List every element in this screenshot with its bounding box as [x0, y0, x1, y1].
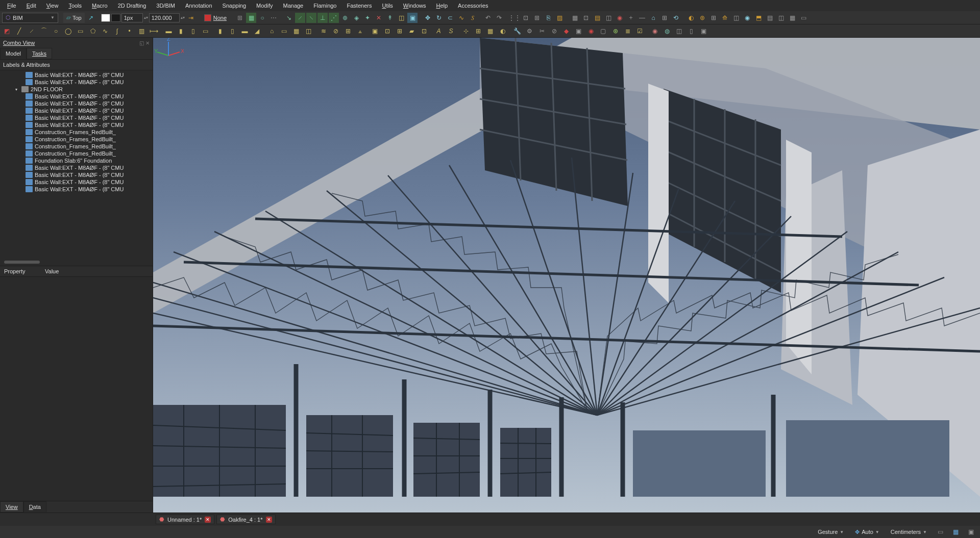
break-icon[interactable]: ⊘: [549, 26, 559, 36]
draft-polygon-icon[interactable]: ⬠: [88, 26, 97, 36]
material-icon[interactable]: ◉: [742, 13, 752, 23]
draft-hatch-icon[interactable]: ▥: [137, 26, 146, 36]
tree-item[interactable]: Basic Wall:EXT - M8AØF - (8" CMU: [0, 100, 153, 107]
column-icon[interactable]: ▯: [188, 26, 198, 36]
tree-item[interactable]: Basic Wall:EXT - M8AØF - (8" CMU: [0, 164, 153, 171]
draft-line-icon[interactable]: ╱: [14, 26, 24, 36]
tag-icon[interactable]: ▣: [574, 26, 583, 36]
line-color-swatch[interactable]: [111, 14, 120, 22]
close-tab-icon[interactable]: ✕: [205, 517, 211, 523]
draft-rect-icon[interactable]: ▭: [76, 26, 85, 36]
array-rect-icon[interactable]: ⋮⋮: [509, 13, 520, 23]
draft-point-icon[interactable]: •: [125, 26, 134, 36]
sketch-icon[interactable]: ◩: [2, 26, 12, 36]
site-icon[interactable]: ▰: [407, 26, 416, 36]
menu-macro[interactable]: Macro: [87, 1, 113, 10]
mark-icon[interactable]: ◉: [586, 26, 596, 36]
trim-icon[interactable]: 𝑆: [468, 13, 478, 23]
tab-data[interactable]: Data: [23, 501, 46, 513]
tree-item[interactable]: Construction_Frames_RedBuilt_: [0, 143, 153, 150]
view-save-icon[interactable]: ▤: [592, 13, 602, 23]
slab-icon[interactable]: ▬: [240, 26, 250, 36]
panel-float-icon[interactable]: ◱ ✕: [139, 40, 150, 46]
axis-icon[interactable]: ⊹: [461, 26, 471, 36]
wall-join-icon[interactable]: ◫: [731, 13, 741, 23]
construction-mode-icon[interactable]: ↗: [86, 13, 96, 23]
layer-del-icon[interactable]: —: [637, 13, 647, 23]
offset-icon[interactable]: ⊂: [445, 13, 455, 23]
doc-tab-oakfire[interactable]: ⬣ Oakfire_4 : 1* ✕: [216, 515, 275, 524]
snap-ortho-icon[interactable]: ✕: [374, 13, 384, 23]
clone-icon[interactable]: ⊞: [532, 13, 542, 23]
wrench-icon[interactable]: 🔧: [512, 26, 522, 36]
tree-item[interactable]: Basic Wall:EXT - M8AØF - (8" CMU: [0, 114, 153, 121]
draft-bspline-icon[interactable]: ∿: [100, 26, 110, 36]
building-icon[interactable]: ⌂: [648, 13, 658, 23]
truss-icon[interactable]: ⟁: [355, 26, 365, 36]
tree-item[interactable]: Basic Wall:EXT - M8AØF - (8" CMU: [0, 171, 153, 178]
project-icon[interactable]: ▨: [554, 13, 565, 23]
grid-tool-icon[interactable]: ▦: [485, 26, 495, 36]
tab-model[interactable]: Model: [0, 48, 27, 59]
snap-extension-icon[interactable]: ⋰: [329, 13, 339, 23]
undo-icon[interactable]: ↶: [483, 13, 493, 23]
menu-edit[interactable]: Edit: [21, 1, 41, 10]
tree-item[interactable]: Basic Wall:EXT - M8AØF - (8" CMU: [0, 186, 153, 193]
move-icon[interactable]: ✥: [423, 13, 433, 23]
beam-icon[interactable]: ▭: [201, 26, 210, 36]
rotate-icon[interactable]: ↻: [434, 13, 444, 23]
apply-style-icon[interactable]: ⇥: [186, 13, 196, 23]
snap-lock-icon[interactable]: ▦: [246, 13, 256, 23]
face-color-swatch[interactable]: [101, 14, 110, 22]
page-icon[interactable]: ▭: [798, 13, 808, 23]
structure-icon[interactable]: ▮: [176, 26, 186, 36]
menu-2d-drafting[interactable]: 2D Drafting: [113, 1, 152, 10]
menu-flamingo[interactable]: Flamingo: [308, 1, 341, 10]
navigation-style-selector[interactable]: Gesture▼: [815, 528, 847, 536]
stairs-icon[interactable]: ◢: [252, 26, 262, 36]
menu-fasteners[interactable]: Fasteners: [342, 1, 377, 10]
menu-tools[interactable]: Tools: [63, 1, 87, 10]
copy-icon[interactable]: ⎘: [543, 13, 553, 23]
status-view-icon[interactable]: ▣: [966, 527, 976, 537]
snap-toggle-icon[interactable]: ▣: [407, 13, 418, 23]
text-icon[interactable]: A: [434, 26, 444, 36]
tab-tasks[interactable]: Tasks: [27, 48, 52, 59]
close-tab-icon[interactable]: ✕: [266, 517, 272, 523]
draft-wire-icon[interactable]: ⟋: [27, 26, 36, 36]
space-grid-icon[interactable]: ⊞: [659, 13, 670, 23]
report-icon[interactable]: ◉: [615, 13, 625, 23]
tab-view[interactable]: View: [0, 501, 23, 513]
menu-snapping[interactable]: Snapping: [217, 1, 252, 10]
3d-viewport[interactable]: X Y Z: [153, 38, 980, 513]
wall-icon[interactable]: ▬: [164, 26, 174, 36]
space-icon[interactable]: ◫: [304, 26, 313, 36]
roof-icon[interactable]: ⟰: [720, 13, 730, 23]
draft-bezier-icon[interactable]: ∫: [112, 26, 122, 36]
pipe-icon[interactable]: ⊘: [331, 26, 340, 36]
draft-arc-icon[interactable]: ⌒: [39, 26, 48, 36]
lamp-icon[interactable]: ▯: [687, 26, 696, 36]
menu-modify[interactable]: Modify: [251, 1, 278, 10]
toggle-sub-icon[interactable]: ⟲: [671, 13, 681, 23]
menu-help[interactable]: Help: [431, 1, 453, 10]
snap-mode-selector[interactable]: ✥Auto▼: [852, 528, 883, 536]
snap-dimensions-icon[interactable]: ◫: [396, 13, 406, 23]
tree-item[interactable]: Basic Wall:EXT - M8AØF - (8" CMU: [0, 71, 153, 79]
snap-special-icon[interactable]: ◈: [351, 13, 361, 23]
layers-icon[interactable]: ◫: [603, 13, 614, 23]
section-tool-icon[interactable]: ◐: [498, 26, 507, 36]
status-dim-icon[interactable]: ▭: [935, 527, 945, 537]
units-selector[interactable]: Centimeters▼: [888, 528, 930, 536]
annotation-style-button[interactable]: None: [201, 13, 230, 23]
color-tool-icon[interactable]: ◍: [662, 26, 672, 36]
snap-grid-icon[interactable]: ⊞: [235, 13, 245, 23]
draft-circle-icon[interactable]: ○: [51, 26, 61, 36]
tree-item[interactable]: Basic Wall:EXT - M8AØF - (8" CMU: [0, 107, 153, 114]
snap-endpoint-icon[interactable]: ○: [257, 13, 267, 23]
tree-item[interactable]: Basic Wall:EXT - M8AØF - (8" CMU: [0, 178, 153, 186]
label-icon[interactable]: ◆: [561, 26, 571, 36]
snap-angle-icon[interactable]: ⟋: [295, 13, 305, 23]
render-icon[interactable]: ◫: [776, 13, 786, 23]
note-icon[interactable]: ▢: [598, 26, 608, 36]
